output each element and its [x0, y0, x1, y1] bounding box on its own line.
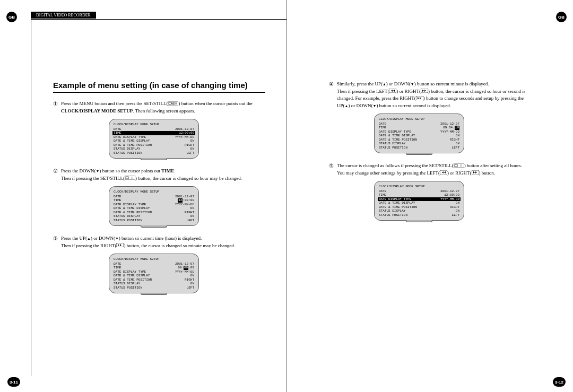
right-ff-icon: [416, 96, 423, 101]
text: ) button, the cursor is changed so minut…: [124, 243, 235, 248]
text: ) button, the cursor is changed so hour …: [135, 176, 242, 181]
step-number: ③: [53, 235, 58, 249]
left-rw-icon: [440, 170, 447, 176]
gb-badge-right: GB: [556, 12, 567, 22]
tv-value: YYYY-MM-DD: [175, 270, 194, 274]
tv-title: CLOCK/DISPLAY MODE SETUP: [112, 190, 195, 195]
text: ) or RIGHT(: [396, 89, 421, 94]
svg-text:II: II: [461, 164, 462, 167]
tv-value: LEFT: [187, 151, 194, 155]
tv-value: 2001-12-07: [440, 189, 459, 194]
text: ) button when the cursor points out the: [178, 101, 252, 106]
text: Similarly, press the UP(: [337, 81, 383, 86]
text: Then if pressing the RIGHT(: [61, 243, 116, 248]
tv-label: DATE DISPLAY TYPE: [114, 135, 146, 140]
tv-display: CLOCK/DISPLAY MODE SETUP DATE2001-12-07 …: [109, 186, 199, 226]
tv-label: DATE & TIME POSITION: [379, 138, 417, 142]
step-3: ③ Press the UP(▲) or DOWN(▼) button so c…: [53, 235, 265, 249]
tv-value: ON: [190, 274, 194, 278]
tv-label: STATUS POSITION: [114, 151, 142, 155]
tv-value: 2001-12-07: [175, 195, 194, 199]
tv-value: 12:00:00: [178, 198, 194, 203]
tv-value: RIGHT: [185, 143, 194, 147]
page-number-left: 3-11: [7, 377, 20, 387]
tv-label: STATUS DISPLAY: [114, 214, 140, 219]
tv-base: [141, 225, 167, 228]
up-triangle-icon: ▲: [383, 82, 386, 86]
tv-label: TIME: [379, 193, 386, 197]
tv-screen-4: CLOCK/DISPLAY MODE SETUP DATE2001-12-07 …: [374, 114, 464, 155]
tv-value: ON: [190, 206, 194, 211]
step-text: Press the DOWN(▼) button so the cursor p…: [61, 168, 242, 182]
text: ) button so current minute is displayed.: [414, 81, 489, 86]
text: . Then following screen appears.: [133, 108, 195, 114]
tv-label: TIME: [114, 131, 121, 135]
left-content: Example of menu setting (in case of chan…: [42, 81, 265, 295]
svg-text:II: II: [175, 102, 177, 105]
tv-value: ON: [456, 142, 459, 146]
tv-label: STATUS DISPLAY: [114, 147, 140, 151]
tv-label: DATE & TIME DISPLAY: [114, 274, 150, 278]
text: Then if pressing the SET/STILL(: [61, 176, 125, 181]
svg-rect-3: [125, 176, 135, 180]
step-1: ① Press the MENU button and then press t…: [53, 100, 265, 115]
tv-value: 09:00:00: [178, 266, 194, 270]
tv-title: CLOCK/DISPLAY MODE SETUP: [112, 257, 195, 262]
right-ff-icon: [472, 170, 479, 176]
step-text: The cursor is changed as follows if pres…: [337, 162, 531, 177]
tv-value: LEFT: [452, 146, 459, 150]
text: 09:: [178, 266, 184, 269]
text: The cursor is changed as follows if pres…: [337, 163, 454, 168]
tv-label: DATE & TIME DISPLAY: [114, 139, 150, 143]
gb-badge-left: GB: [6, 12, 17, 22]
tv-label: DATE: [114, 127, 121, 132]
set-still-icon: II: [454, 163, 464, 169]
step-number: ⑤: [329, 162, 334, 177]
tv-base: [406, 153, 432, 155]
text: ) or DOWN(: [348, 103, 372, 108]
set-still-icon: II: [168, 101, 178, 107]
tv-value: YYYY-MM-DD: [175, 203, 194, 207]
tv-title: CLOCK/DISPLAY MODE SETUP: [378, 117, 461, 122]
left-page: GB DIGITAL VIDEO RECORDER Example of men…: [0, 0, 286, 392]
page-number-right: 3-12: [553, 377, 566, 387]
bold-text: CLOCK/DISPLAY MODE SETUP: [61, 108, 133, 114]
tv-value: ON: [456, 201, 459, 205]
text: Press the UP(: [61, 236, 87, 241]
tv-screen-3: CLOCK/DISPLAY MODE SETUP DATE2001-12-07 …: [109, 254, 199, 295]
tv-label: DATE: [379, 189, 386, 194]
svg-rect-1: [169, 102, 171, 104]
right-ff-icon: [116, 243, 124, 248]
tv-label: DATE DISPLAY TYPE: [114, 270, 146, 274]
tv-label: STATUS POSITION: [114, 219, 142, 223]
tv-screen-2: CLOCK/DISPLAY MODE SETUP DATE2001-12-07 …: [109, 186, 199, 228]
tv-value: ON: [190, 282, 194, 286]
tv-value: 2001-12-07: [175, 262, 194, 266]
tv-value: 2001-12-07: [440, 122, 459, 126]
cursor-segment: 10: [455, 126, 459, 130]
tv-label: TIME: [379, 126, 386, 130]
text: Press the MENU button and then press the…: [61, 101, 168, 106]
step-5: ⑤ The cursor is changed as follows if pr…: [329, 162, 531, 177]
tv-value: RIGHT: [185, 211, 194, 215]
tv-label: STATUS DISPLAY: [379, 209, 405, 213]
tv-value: LEFT: [187, 219, 194, 223]
right-page: GB ④ Similarly, press the UP(▲) or DOWN(…: [286, 0, 573, 392]
up-triangle-icon: ▲: [87, 237, 91, 241]
text: ) button.: [479, 170, 496, 176]
svg-rect-4: [126, 177, 128, 179]
right-content: ④ Similarly, press the UP(▲) or DOWN(▼) …: [308, 81, 531, 222]
tv-value: 12:00:00: [444, 193, 459, 197]
step-text: Press the MENU button and then press the…: [61, 100, 265, 115]
tv-label: DATE: [379, 122, 386, 126]
tv-title: CLOCK/DISPLAY MODE SETUP: [112, 123, 195, 127]
tv-label: DATE & TIME POSITION: [114, 143, 152, 147]
left-rw-icon: [389, 89, 396, 94]
tv-label: STATUS DISPLAY: [114, 282, 140, 286]
tv-value: 12:00:00: [179, 131, 194, 135]
tv-label: DATE DISPLAY TYPE: [114, 203, 146, 207]
tv-display: CLOCK/DISPLAY MODE SETUP DATE2001-12-07 …: [109, 254, 199, 293]
tv-display: CLOCK/DISPLAY MODE SETUP DATE2001-12-07 …: [374, 181, 464, 221]
step-4: ④ Similarly, press the UP(▲) or DOWN(▼) …: [329, 81, 531, 109]
set-still-icon: II: [125, 176, 135, 181]
